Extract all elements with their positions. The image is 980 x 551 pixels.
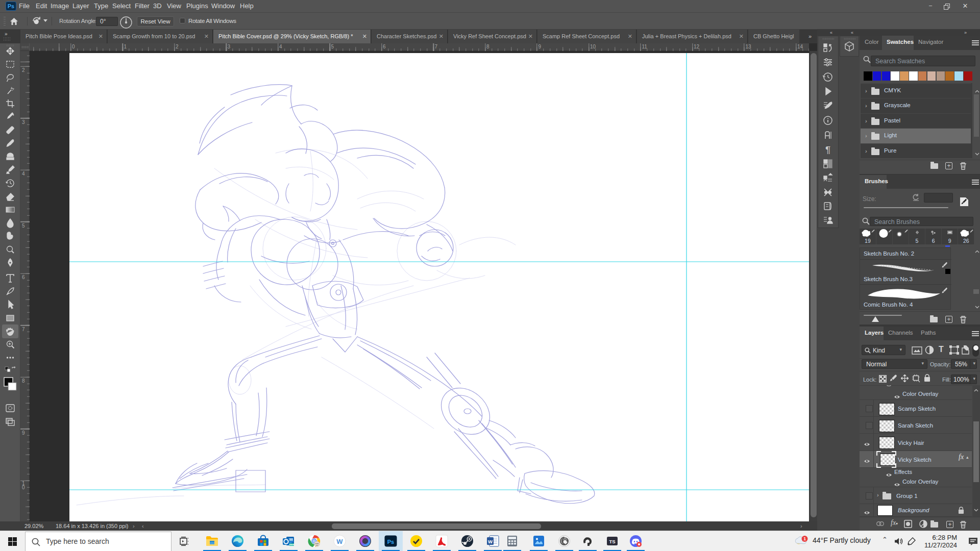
svg-text:Ps: Ps xyxy=(387,539,394,545)
svg-text:TS: TS xyxy=(609,539,615,544)
svg-text:1: 1 xyxy=(803,536,806,541)
svg-text:W: W xyxy=(336,538,343,545)
svg-text:¶: ¶ xyxy=(825,144,830,155)
svg-text:NEW: NEW xyxy=(289,543,295,546)
svg-text:W: W xyxy=(488,539,493,544)
